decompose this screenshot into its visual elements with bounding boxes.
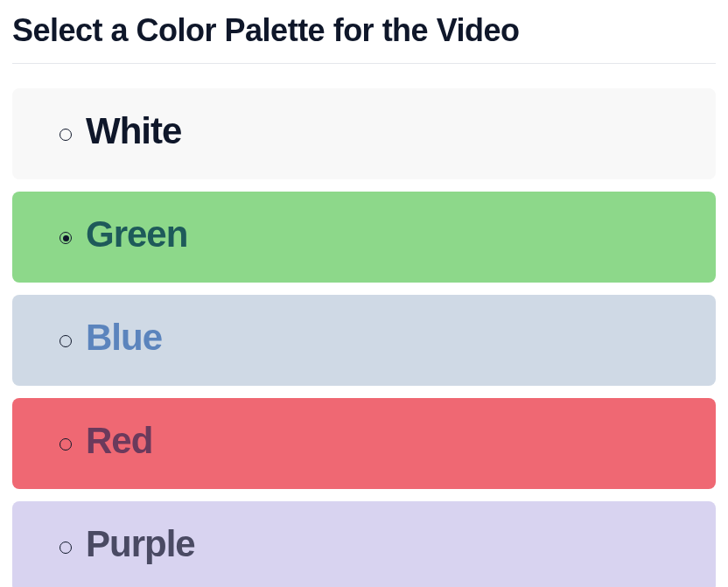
palette-form: Select a Color Palette for the Video Whi… bbox=[0, 0, 728, 587]
radio-icon bbox=[60, 232, 72, 244]
radio-icon bbox=[60, 335, 72, 347]
palette-option-purple[interactable]: Purple bbox=[12, 501, 716, 587]
palette-option-red[interactable]: Red bbox=[12, 398, 716, 489]
palette-option-label: Red bbox=[86, 423, 152, 459]
radio-icon bbox=[60, 438, 72, 451]
palette-option-white[interactable]: White bbox=[12, 88, 716, 179]
palette-option-blue[interactable]: Blue bbox=[12, 295, 716, 386]
page-title: Select a Color Palette for the Video bbox=[12, 12, 716, 64]
palette-option-green[interactable]: Green bbox=[12, 192, 716, 283]
palette-option-label: Blue bbox=[86, 319, 162, 356]
palette-option-label: White bbox=[86, 113, 181, 150]
radio-icon bbox=[60, 129, 72, 141]
palette-option-label: Purple bbox=[86, 526, 195, 563]
radio-icon bbox=[60, 542, 72, 554]
radio-dot-icon bbox=[63, 235, 69, 241]
palette-option-label: Green bbox=[86, 216, 187, 253]
options-list: WhiteGreenBlueRedPurple bbox=[12, 88, 716, 587]
